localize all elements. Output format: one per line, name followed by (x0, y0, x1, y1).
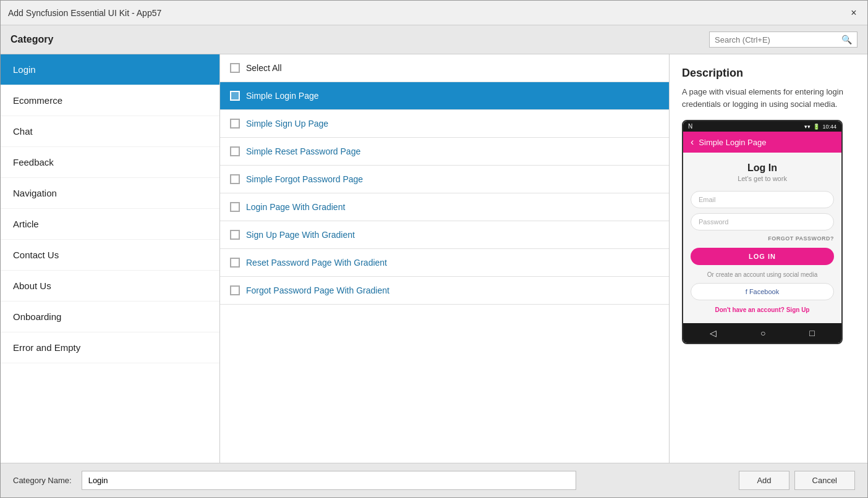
item-label-login-gradient: Login Page With Gradient (246, 202, 345, 212)
phone-mockup: N ▾▾ 🔋 10:44 ‹ Simple Login Page Log In … (682, 120, 843, 344)
phone-home-icon: ○ (760, 328, 765, 338)
select-all-label[interactable]: Select All (246, 63, 282, 73)
item-label-forgot-gradient: Forgot Password Page With Gradient (246, 285, 389, 295)
item-label-simple-forgot: Simple Forgot Password Page (246, 174, 363, 184)
checkbox-simple-signup[interactable] (230, 119, 240, 129)
phone-status-icons: ▾▾ 🔋 10:44 (804, 124, 836, 130)
phone-back-icon: ‹ (691, 137, 694, 148)
list-item-simple-login[interactable]: Simple Login Page (220, 82, 669, 110)
category-header: Category 🔍 (1, 25, 867, 54)
item-label-simple-signup: Simple Sign Up Page (246, 119, 328, 129)
item-label-simple-reset: Simple Reset Password Page (246, 146, 360, 156)
select-all-row[interactable]: Select All (220, 54, 669, 82)
phone-social-text: Or create an account using social media (691, 271, 834, 278)
phone-facebook-button: f Facebook (691, 283, 834, 300)
search-input[interactable] (715, 35, 841, 44)
list-item-reset-gradient[interactable]: Reset Password Page With Gradient (220, 249, 669, 277)
phone-nav-title: Simple Login Page (699, 138, 766, 147)
phone-email-field: Email (691, 191, 834, 208)
item-label-signup-gradient: Sign Up Page With Gradient (246, 230, 355, 240)
sidebar-item-ecommerce[interactable]: Ecommerce (1, 85, 219, 116)
description-panel: Description A page with visual elements … (670, 54, 867, 463)
list-item-forgot-gradient[interactable]: Forgot Password Page With Gradient (220, 277, 669, 305)
footer-buttons: Add Cancel (739, 471, 855, 490)
phone-login-subtitle: Let's get to work (691, 175, 834, 182)
phone-recents-icon: □ (809, 328, 814, 338)
list-item-simple-forgot[interactable]: Simple Forgot Password Page (220, 166, 669, 193)
phone-nav-bar: ‹ Simple Login Page (683, 132, 841, 153)
phone-signup-link: Sign Up (786, 306, 810, 313)
checkbox-signup-gradient[interactable] (230, 230, 240, 240)
phone-back-nav-icon: ◁ (710, 328, 717, 338)
select-all-checkbox[interactable] (230, 63, 240, 73)
list-item-simple-reset[interactable]: Simple Reset Password Page (220, 138, 669, 166)
checkbox-reset-gradient[interactable] (230, 258, 240, 268)
main-content: Login Ecommerce Chat Feedback Navigation… (1, 54, 867, 463)
phone-signup-row: Don't have an account? Sign Up (691, 306, 834, 313)
cancel-button[interactable]: Cancel (794, 471, 855, 490)
sidebar-item-about-us[interactable]: About Us (1, 271, 219, 302)
sidebar-item-error-empty[interactable]: Error and Empty (1, 332, 219, 363)
category-title: Category (11, 34, 53, 45)
title-bar: Add Syncfusion Essential UI Kit - App57 … (1, 1, 867, 25)
checkbox-simple-login[interactable] (230, 91, 240, 101)
sidebar-item-feedback[interactable]: Feedback (1, 147, 219, 178)
list-item-login-gradient[interactable]: Login Page With Gradient (220, 193, 669, 221)
checkbox-forgot-gradient[interactable] (230, 285, 240, 295)
footer: Category Name: Add Cancel (1, 463, 867, 497)
description-text: A page with visual elements for entering… (682, 86, 855, 110)
search-icon: 🔍 (841, 35, 852, 44)
phone-status-icon: N (688, 123, 692, 130)
list-panel: Select All Simple Login Page Simple Sign… (220, 54, 670, 463)
list-item-signup-gradient[interactable]: Sign Up Page With Gradient (220, 221, 669, 249)
phone-password-field: Password (691, 213, 834, 230)
sidebar-item-contact-us[interactable]: Contact Us (1, 240, 219, 271)
search-box: 🔍 (709, 32, 857, 48)
description-title: Description (682, 67, 855, 80)
phone-status-bar: N ▾▾ 🔋 10:44 (683, 121, 841, 132)
list-item-simple-signup[interactable]: Simple Sign Up Page (220, 110, 669, 138)
phone-bottom-bar: ◁ ○ □ (683, 323, 841, 343)
footer-category-label: Category Name: (13, 476, 72, 485)
close-button[interactable]: × (848, 7, 860, 19)
add-button[interactable]: Add (739, 471, 789, 490)
phone-login-button: LOG IN (691, 248, 834, 265)
phone-time: 10:44 (822, 124, 836, 130)
sidebar-item-chat[interactable]: Chat (1, 116, 219, 147)
phone-forgot-label: FORGOT PASSWORD? (691, 235, 834, 242)
main-window: Add Syncfusion Essential UI Kit - App57 … (0, 0, 868, 498)
checkbox-simple-reset[interactable] (230, 146, 240, 156)
item-label-simple-login: Simple Login Page (246, 91, 319, 101)
sidebar-item-navigation[interactable]: Navigation (1, 178, 219, 209)
phone-login-title: Log In (691, 162, 834, 174)
category-name-input[interactable] (82, 471, 576, 490)
checkbox-simple-forgot[interactable] (230, 174, 240, 184)
sidebar-item-article[interactable]: Article (1, 209, 219, 240)
window-title: Add Syncfusion Essential UI Kit - App57 (8, 8, 161, 18)
sidebar-item-login[interactable]: Login (1, 54, 219, 85)
phone-body: Log In Let's get to work Email Password … (683, 153, 841, 323)
checkbox-login-gradient[interactable] (230, 202, 240, 212)
sidebar-item-onboarding[interactable]: Onboarding (1, 302, 219, 332)
sidebar: Login Ecommerce Chat Feedback Navigation… (1, 54, 220, 463)
item-label-reset-gradient: Reset Password Page With Gradient (246, 258, 387, 268)
